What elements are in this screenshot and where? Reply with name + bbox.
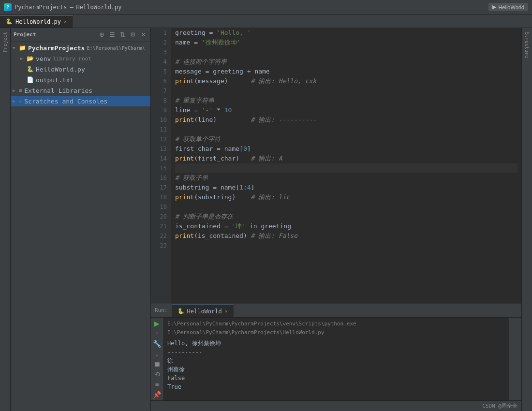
line-num-15: 15 xyxy=(151,163,167,173)
tree-item-root[interactable]: ▼ 📁 PycharmProjects E:\Personal\PyCharm\ xyxy=(11,43,150,53)
tree-label-helloworld: HelloWorld.py xyxy=(36,66,85,73)
run-wrench-btn[interactable]: 🔧 xyxy=(152,340,163,348)
sort-btn[interactable]: ⇅ xyxy=(118,30,127,39)
line-num-13: 13 xyxy=(151,144,167,154)
run-content: ▶ ↑ 🔧 ↓ ⏹ ⟲ ≡ 📌 E:\Personal\PyCharm\Pych… xyxy=(151,318,521,400)
pycharm-logo: P xyxy=(4,3,12,11)
tab-close-button[interactable]: ✕ xyxy=(64,19,67,24)
run-stop-btn[interactable]: ⏹ xyxy=(152,360,163,368)
run-output-line-4: 州蔡徐 xyxy=(167,365,505,374)
tree-label-output: output.txt xyxy=(36,76,74,84)
code-line-15 xyxy=(175,163,517,173)
run-label: Run: xyxy=(151,304,172,317)
title-bar: P PycharmProjects – HelloWorld.py ▶ Hell… xyxy=(0,0,532,15)
folder-icon-root: 📁 xyxy=(19,44,26,51)
code-line-3 xyxy=(175,47,517,57)
sidebar: Project ⊕ ☰ ⇅ ⚙ ✕ ▼ 📁 PycharmProjects E:… xyxy=(11,28,151,411)
run-list-btn[interactable]: ≡ xyxy=(152,380,163,388)
line-num-23: 23 xyxy=(151,241,167,250)
run-down-btn[interactable]: ↓ xyxy=(152,350,163,358)
run-wrap-btn[interactable]: ⟲ xyxy=(152,370,163,378)
expand-arrow-scratches: ▶ xyxy=(13,99,17,103)
tree-label-root: PycharmProjects xyxy=(28,44,85,52)
project-tab[interactable]: Project xyxy=(1,28,9,56)
folder-icon-venv: 📂 xyxy=(27,55,34,62)
editor-area: 1 2 3 4 5 6 7 8 9 10 11 12 13 14 15 16 1… xyxy=(151,28,521,411)
code-line-19 xyxy=(175,202,517,212)
run-pin-btn[interactable]: 📌 xyxy=(152,390,163,398)
line-num-5: 5 xyxy=(151,67,167,76)
line-num-9: 9 xyxy=(151,105,167,115)
code-line-20: # 判断子串是否存在 xyxy=(175,212,517,221)
run-tab-helloworld[interactable]: 🐍 HelloWorld ✕ xyxy=(172,305,234,317)
code-line-23 xyxy=(175,241,517,250)
run-command-line: E:\Personal\PyCharm\PycharmProjects\venv… xyxy=(167,320,505,337)
run-output-line-6: True xyxy=(167,382,505,391)
line-num-11: 11 xyxy=(151,125,167,134)
sidebar-title: Project xyxy=(14,31,96,38)
run-tab-close[interactable]: ✕ xyxy=(225,308,228,314)
code-line-16: # 获取子串 xyxy=(175,173,517,183)
add-btn[interactable]: ⊕ xyxy=(98,30,106,39)
code-line-12: # 获取单个字符 xyxy=(175,134,517,144)
code-line-6: print(message) # 输出: Hello, cxk xyxy=(175,76,517,86)
tree-item-scratches[interactable]: ▶ ✏ Scratches and Consoles xyxy=(11,96,150,106)
tab-helloworld[interactable]: 🐍 HelloWorld.py ✕ xyxy=(0,15,73,28)
main-area: Project Project ⊕ ☰ ⇅ ⚙ ✕ ▼ 📁 PycharmPro… xyxy=(0,28,532,411)
line-num-21: 21 xyxy=(151,221,167,231)
right-tabs: Structure xyxy=(521,28,532,411)
tree-item-extlibs[interactable]: ▶ ≡ External Libraries xyxy=(11,85,150,96)
status-bar: CSDN @周全全 xyxy=(151,400,521,411)
tree-item-output[interactable]: 📄 output.txt xyxy=(11,74,150,85)
tree-label-venv: venv xyxy=(36,55,51,62)
run-config-label: HelloWorld xyxy=(498,4,524,10)
status-right: CSDN @周全全 xyxy=(482,402,517,410)
code-line-17: substring = name[1:4] xyxy=(175,183,517,192)
run-config-icon: ▶ xyxy=(492,4,496,10)
run-up-btn[interactable]: ↑ xyxy=(152,330,163,338)
editor-tab-bar: 🐍 HelloWorld.py ✕ xyxy=(0,15,532,28)
tree-label-extlibs: External Libraries xyxy=(24,87,92,94)
close-sidebar-btn[interactable]: ✕ xyxy=(139,30,148,39)
tree-path: E:\Personal\PyCharm\ xyxy=(87,45,145,51)
run-tab-bar: Run: 🐍 HelloWorld ✕ xyxy=(151,304,521,318)
code-line-8: # 重复字符串 xyxy=(175,96,517,105)
line-num-4: 4 xyxy=(151,57,167,67)
tree-item-helloworld[interactable]: 🐍 HelloWorld.py xyxy=(11,64,150,74)
settings-btn[interactable]: ⚙ xyxy=(129,30,137,39)
line-num-17: 17 xyxy=(151,183,167,192)
txt-file-icon: 📄 xyxy=(27,76,34,83)
run-output-line-5: False xyxy=(167,374,505,382)
left-tabs: Project xyxy=(0,28,11,411)
code-line-2: name = '徐州蔡徐坤' xyxy=(175,38,517,47)
expand-arrow-root: ▼ xyxy=(13,45,17,50)
tab-label: HelloWorld.py xyxy=(15,18,61,25)
code-line-9: line = '-' * 10 xyxy=(175,105,517,115)
line-num-3: 3 xyxy=(151,47,167,57)
line-num-2: 2 xyxy=(151,38,167,47)
expand-arrow-venv: ▶ xyxy=(20,56,25,61)
code-line-10: print(line) # 输出: ---------- xyxy=(175,115,517,125)
run-right-toolbar xyxy=(509,318,521,400)
line-num-10: 10 xyxy=(151,115,167,125)
line-num-19: 19 xyxy=(151,202,167,212)
run-panel: Run: 🐍 HelloWorld ✕ ▶ ↑ 🔧 ↓ ⏹ ⟲ ≡ 📌 xyxy=(151,304,521,400)
structure-tab[interactable]: Structure xyxy=(523,28,531,62)
run-config-button[interactable]: ▶ HelloWorld xyxy=(488,3,528,11)
title-bar-left: P PycharmProjects – HelloWorld.py xyxy=(4,3,122,11)
run-play-btn[interactable]: ▶ xyxy=(152,320,163,328)
run-output-line-3: 徐 xyxy=(167,356,505,365)
run-output: E:\Personal\PyCharm\PycharmProjects\venv… xyxy=(163,318,509,400)
file-title: HelloWorld.py xyxy=(76,4,122,11)
code-line-14: print(first_char) # 输出: A xyxy=(175,154,517,163)
code-editor[interactable]: greeting = 'Hello, ' name = '徐州蔡徐坤' # 连接… xyxy=(171,28,521,304)
run-tab-icon: 🐍 xyxy=(177,308,184,314)
list-btn[interactable]: ☰ xyxy=(108,30,117,39)
tree-label-scratches: Scratches and Consoles xyxy=(24,98,107,105)
editor-content: 1 2 3 4 5 6 7 8 9 10 11 12 13 14 15 16 1… xyxy=(151,28,521,304)
code-line-7 xyxy=(175,86,517,96)
run-tab-label: HelloWorld xyxy=(187,308,222,315)
run-output-line-2: ---------- xyxy=(167,348,505,356)
tree-item-venv[interactable]: ▶ 📂 venv library root xyxy=(11,53,150,64)
tree-subtitle-venv: library root xyxy=(53,56,91,62)
